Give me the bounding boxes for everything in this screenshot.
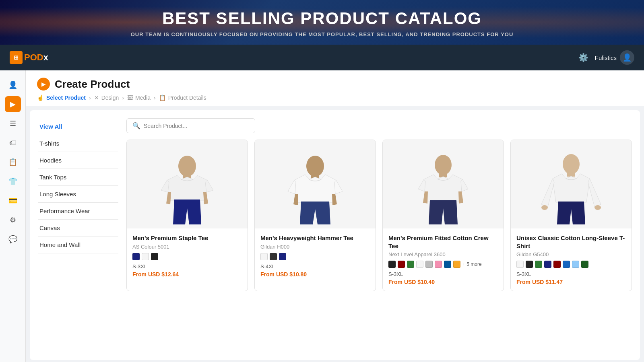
sidebar-icon-settings[interactable]: ⚙: [5, 212, 21, 228]
category-hoodies[interactable]: Hoodies: [38, 152, 118, 169]
search-bar[interactable]: 🔍: [126, 118, 255, 133]
hand-icon: ☝: [37, 95, 44, 101]
sidebar-icon-billing[interactable]: 💳: [5, 193, 21, 209]
nav-user[interactable]: Fulistics 👤: [595, 50, 634, 65]
breadcrumb-sep-1: ›: [89, 95, 91, 101]
breadcrumb-product-details[interactable]: 📋 Product Details: [159, 95, 206, 101]
swatch: [425, 261, 433, 268]
avatar: 👤: [620, 50, 634, 65]
breadcrumb-label-4: Product Details: [168, 95, 206, 101]
logo[interactable]: ⊞ PODx: [10, 51, 48, 64]
search-input[interactable]: [144, 123, 249, 129]
sidebar-icon-tags[interactable]: 🏷: [5, 135, 21, 151]
swatch: [142, 253, 149, 260]
play-button[interactable]: ▶: [37, 78, 50, 90]
swatch: [388, 261, 396, 268]
breadcrumb-sep-2: ›: [122, 95, 124, 101]
sidebar-icon-messages[interactable]: 💬: [5, 231, 21, 247]
product-grid: Men's Premium Staple Tee AS Colour 5001 …: [126, 140, 632, 291]
svg-rect-7: [567, 171, 575, 177]
swatch-more-3: + 5 more: [462, 261, 482, 267]
product-price-1: From USD $12.64: [132, 271, 242, 278]
top-nav: ⊞ PODx ⚙️ Fulistics 👤: [0, 45, 644, 70]
product-image-1: [127, 140, 248, 228]
product-price-3: From USD $10.40: [388, 279, 498, 285]
media-icon: 🖼: [127, 95, 133, 101]
breadcrumb: ☝ Select Product › ✕ Design › 🖼 Media › …: [37, 95, 633, 101]
sidebar-icon-list[interactable]: ☰: [5, 115, 21, 132]
hero-title: BEST SELLING PRODUCT CATALOG: [0, 9, 644, 28]
category-view-all[interactable]: View All: [38, 118, 118, 135]
products-layout: View All T-shirts Hoodies Tank Tops Long…: [30, 110, 640, 360]
product-grid-section: 🔍: [126, 118, 632, 352]
product-image-2: [255, 140, 376, 228]
breadcrumb-label-3: Media: [135, 95, 151, 101]
swatch: [151, 253, 158, 260]
product-card-4[interactable]: Unisex Classic Cotton Long-Sleeve T-Shir…: [510, 140, 632, 291]
product-name-4: Unisex Classic Cotton Long-Sleeve T-Shir…: [516, 234, 626, 250]
content-area: ▶ Create Product ☝ Select Product › ✕ De…: [26, 70, 644, 362]
breadcrumb-select-product[interactable]: ☝ Select Product: [37, 95, 86, 101]
product-info-3: Men's Premium Fitted Cotton Crew Tee Nex…: [383, 228, 504, 291]
breadcrumb-design[interactable]: ✕ Design: [94, 95, 119, 101]
product-sizes-3: S-3XL: [388, 271, 498, 277]
main-layout: 👤 ▶ ☰ 🏷 📋 👕 💳 ⚙ 💬 ▶ Create Product ☝ Sel…: [0, 70, 644, 362]
product-sku-3: Next Level Apparel 3600: [388, 251, 498, 257]
product-name-1: Men's Premium Staple Tee: [132, 234, 242, 242]
color-swatches-2: [260, 253, 370, 260]
page-title-row: ▶ Create Product: [37, 78, 633, 90]
swatch: [416, 261, 423, 268]
product-sku-1: AS Colour 5001: [132, 244, 242, 250]
swatch: [581, 261, 588, 268]
product-price-2: From USD $10.80: [260, 271, 370, 278]
sidebar-icon-products[interactable]: 👕: [5, 173, 21, 189]
category-canvas[interactable]: Canvas: [38, 220, 118, 237]
swatch: [516, 261, 524, 268]
category-performance-wear[interactable]: Performance Wear: [38, 203, 118, 220]
category-tshirts[interactable]: T-shirts: [38, 135, 118, 152]
sidebar-icons: 👤 ▶ ☰ 🏷 📋 👕 💳 ⚙ 💬: [0, 70, 26, 362]
product-info-4: Unisex Classic Cotton Long-Sleeve T-Shir…: [511, 228, 632, 291]
product-sizes-1: S-3XL: [132, 263, 242, 269]
swatch: [407, 261, 414, 268]
breadcrumb-media[interactable]: 🖼 Media: [127, 95, 151, 101]
product-sku-4: Gildan G5400: [516, 251, 626, 257]
swatch: [260, 253, 268, 260]
product-card-1[interactable]: Men's Premium Staple Tee AS Colour 5001 …: [126, 140, 248, 291]
category-long-sleeves[interactable]: Long Sleeves: [38, 186, 118, 203]
product-sizes-4: S-3XL: [516, 271, 626, 277]
swatch: [544, 261, 551, 268]
color-swatches-4: [516, 261, 626, 268]
swatch: [453, 261, 460, 268]
product-sku-2: Gildan H000: [260, 244, 370, 250]
breadcrumb-sep-3: ›: [154, 95, 156, 101]
design-icon: ✕: [94, 95, 99, 101]
product-info-1: Men's Premium Staple Tee AS Colour 5001 …: [127, 228, 248, 283]
product-card-2[interactable]: Men's Heavyweight Hammer Tee Gildan H000…: [254, 140, 376, 291]
product-price-4: From USD $11.47: [516, 279, 626, 285]
page-header: ▶ Create Product ☝ Select Product › ✕ De…: [26, 70, 644, 106]
svg-point-9: [594, 205, 601, 210]
category-home-wall[interactable]: Home and Wall: [38, 237, 118, 253]
search-icon: 🔍: [132, 122, 140, 130]
details-icon: 📋: [159, 95, 166, 101]
product-card-3[interactable]: Men's Premium Fitted Cotton Crew Tee Nex…: [382, 140, 504, 291]
sidebar-icon-create[interactable]: ▶: [5, 96, 21, 112]
svg-point-6: [563, 154, 580, 174]
breadcrumb-label-2: Design: [101, 95, 119, 101]
svg-point-4: [435, 155, 452, 175]
product-info-2: Men's Heavyweight Hammer Tee Gildan H000…: [255, 228, 376, 283]
sidebar-icon-document[interactable]: 📋: [5, 154, 21, 170]
category-sidebar: View All T-shirts Hoodies Tank Tops Long…: [38, 118, 118, 352]
category-tank-tops[interactable]: Tank Tops: [38, 169, 118, 186]
settings-icon[interactable]: ⚙️: [578, 53, 588, 62]
swatch: [535, 261, 542, 268]
product-image-4: [511, 140, 632, 228]
swatch: [553, 261, 561, 268]
sidebar-icon-profile[interactable]: 👤: [5, 77, 21, 93]
logo-icon: ⊞: [10, 51, 23, 64]
swatch: [132, 253, 140, 260]
swatch: [270, 253, 277, 260]
username-label: Fulistics: [595, 54, 617, 61]
page-title: Create Product: [55, 78, 130, 90]
